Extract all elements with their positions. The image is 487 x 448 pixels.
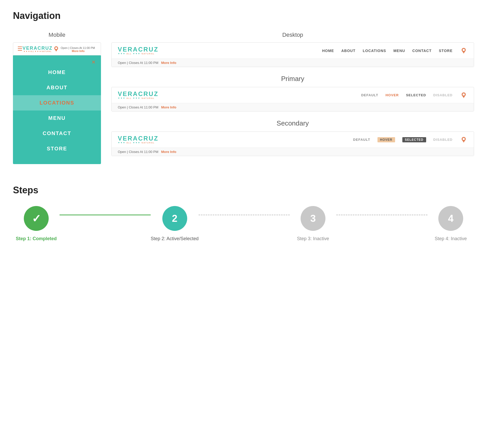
svg-point-1: [55, 47, 57, 49]
primary-brand-logo: VERACRUZ ▼▼▼ ALL ▼▼▼ NATURAL: [118, 91, 158, 99]
secondary-section: Secondary VERACRUZ ▼▼▼ ALL ▼▼▼ NATURAL D…: [111, 119, 474, 156]
navigation-section: Navigation Mobile ☰ VERACRUZ ▼▼▼ ALL ▼▼▼…: [13, 10, 474, 164]
steps-row: ✓ Step 1: Completed 2 Step 2: Active/Sel…: [13, 206, 474, 241]
desktop-label: Desktop: [111, 32, 474, 38]
secondary-brand-logo: VERACRUZ ▼▼▼ ALL ▼▼▼ NATURAL: [118, 135, 158, 144]
nav-link-contact[interactable]: CONTACT: [412, 49, 432, 53]
secondary-store-icon: [460, 136, 468, 144]
mobile-brand-name: VERACRUZ: [23, 46, 53, 50]
mobile-menu-item-about[interactable]: ABOUT: [13, 80, 101, 95]
desktop-nav-top: VERACRUZ ▼▼▼ ALL ▼▼▼ NATURAL HOME ABOUT …: [112, 43, 474, 58]
secondary-state-disabled-label: DISABLED: [433, 138, 453, 142]
state-disabled-label: DISABLED: [433, 93, 453, 97]
mobile-top-bar: ☰ VERACRUZ ▼▼▼ ALL ▼▼▼ NATURAL: [17, 45, 60, 53]
nav-link-menu[interactable]: MENU: [393, 49, 405, 53]
svg-point-7: [463, 93, 465, 96]
step-3-number: 3: [310, 213, 316, 224]
primary-more-info-link[interactable]: More Info: [161, 105, 176, 109]
svg-point-4: [463, 49, 465, 51]
step-4-circle: 4: [438, 206, 463, 231]
nav-link-locations[interactable]: LOCATIONS: [363, 49, 386, 53]
nav-link-home[interactable]: HOME: [322, 49, 334, 53]
secondary-state-hover-label: HOVER: [377, 137, 395, 142]
desktop-nav-box: VERACRUZ ▼▼▼ ALL ▼▼▼ NATURAL HOME ABOUT …: [111, 42, 474, 67]
secondary-nav-top: VERACRUZ ▼▼▼ ALL ▼▼▼ NATURAL DEFAULT HOV…: [112, 132, 474, 148]
hamburger-icon[interactable]: ☰: [17, 46, 23, 52]
step-4: 4 Step 4: Inactive: [427, 206, 474, 241]
mobile-menu-item-menu[interactable]: MENU: [13, 111, 101, 126]
secondary-state-default-label: DEFAULT: [353, 138, 370, 142]
desktop-more-info-link[interactable]: More Info: [161, 61, 176, 65]
step-2: 2 Step 2: Active/Selected: [151, 206, 199, 241]
step-3-label: Step 3: Inactive: [297, 236, 329, 241]
step-2-label: Step 2: Active/Selected: [151, 236, 199, 241]
mobile-brand-logo: VERACRUZ ▼▼▼ ALL ▼▼▼ NATURAL: [23, 46, 53, 52]
nav-link-about[interactable]: ABOUT: [341, 49, 355, 53]
mobile-menu-item-locations[interactable]: LOCATIONS: [13, 95, 101, 111]
close-icon[interactable]: ✕: [91, 59, 96, 65]
svg-point-10: [463, 138, 465, 140]
mobile-more-info-link[interactable]: More Info: [72, 49, 85, 53]
svg-marker-2: [55, 50, 57, 52]
primary-brand-tagline: ▼▼▼ ALL ▼▼▼ NATURAL: [118, 97, 155, 99]
secondary-state-selected-label: SELECTED: [402, 137, 426, 142]
nav-columns: Mobile ☰ VERACRUZ ▼▼▼ ALL ▼▼▼ NATURAL: [13, 32, 474, 164]
mobile-status-bar: Open | Closes At 11:00 PM More Info: [60, 46, 97, 53]
connector-3-4: [336, 215, 427, 215]
svg-marker-8: [462, 96, 465, 98]
step-1-circle: ✓: [24, 206, 49, 231]
mobile-label: Mobile: [13, 32, 101, 38]
mobile-brand-tagline: ▼▼▼ ALL ▼▼▼ NATURAL: [23, 50, 53, 52]
step-1-checkmark: ✓: [32, 212, 41, 225]
mobile-menu-expanded: ✕ HOME ABOUT LOCATIONS MENU CONTACT STOR…: [13, 55, 101, 164]
mobile-menu-item-contact[interactable]: CONTACT: [13, 126, 101, 141]
step-3: 3 Step 3: Inactive: [290, 206, 336, 241]
desktop-brand-logo: VERACRUZ ▼▼▼ ALL ▼▼▼ NATURAL: [118, 46, 158, 55]
step-4-label: Step 4: Inactive: [435, 236, 467, 241]
step-3-circle: 3: [301, 206, 325, 231]
secondary-brand-tagline: ▼▼▼ ALL ▼▼▼ NATURAL: [118, 142, 155, 144]
step-2-number: 2: [172, 213, 177, 224]
desktop-nav-links: HOME ABOUT LOCATIONS MENU CONTACT STORE: [322, 47, 468, 55]
step-1-label: Step 1: Completed: [16, 236, 57, 241]
primary-label: Primary: [111, 75, 474, 83]
primary-nav-box: VERACRUZ ▼▼▼ ALL ▼▼▼ NATURAL DEFAULT HOV…: [111, 87, 474, 112]
primary-brand-name: VERACRUZ: [118, 91, 158, 97]
section-title: Navigation: [13, 10, 474, 21]
state-hover-label: HOVER: [386, 93, 399, 97]
steps-title: Steps: [13, 185, 474, 196]
mobile-menu-item-store[interactable]: STORE: [13, 141, 101, 156]
mobile-column: Mobile ☰ VERACRUZ ▼▼▼ ALL ▼▼▼ NATURAL: [13, 32, 101, 164]
primary-nav-top: VERACRUZ ▼▼▼ ALL ▼▼▼ NATURAL DEFAULT HOV…: [112, 87, 474, 103]
connector-2-3: [199, 215, 290, 215]
secondary-more-info-link[interactable]: More Info: [161, 150, 176, 154]
secondary-status-bar: Open | Closes At 11:00 PM More Info: [112, 148, 474, 156]
primary-section: Primary VERACRUZ ▼▼▼ ALL ▼▼▼ NATURAL DEF…: [111, 75, 474, 112]
mobile-header: ☰ VERACRUZ ▼▼▼ ALL ▼▼▼ NATURAL: [13, 42, 101, 55]
desktop-brand-name: VERACRUZ: [118, 46, 158, 53]
secondary-nav-states: DEFAULT HOVER SELECTED DISABLED: [353, 136, 468, 144]
primary-status-bar: Open | Closes At 11:00 PM More Info: [112, 103, 474, 111]
desktop-brand-tagline: ▼▼▼ ALL ▼▼▼ NATURAL: [118, 53, 155, 55]
mobile-menu-list: HOME ABOUT LOCATIONS MENU CONTACT STORE: [13, 65, 101, 156]
svg-marker-5: [462, 52, 465, 54]
connector-1-2: [60, 215, 151, 215]
state-selected-label: SELECTED: [406, 93, 426, 97]
secondary-label: Secondary: [111, 119, 474, 127]
svg-marker-11: [462, 141, 465, 143]
step-2-circle: 2: [162, 206, 187, 231]
nav-link-store[interactable]: STORE: [439, 49, 453, 53]
desktop-status-bar: Open | Closes At 11:00 PM More Info: [112, 58, 474, 67]
step-4-number: 4: [448, 213, 453, 224]
secondary-nav-box: VERACRUZ ▼▼▼ ALL ▼▼▼ NATURAL DEFAULT HOV…: [111, 131, 474, 156]
primary-store-icon: [460, 91, 468, 99]
steps-section: Steps ✓ Step 1: Completed 2 Step 2: Acti…: [13, 185, 474, 241]
state-default-label: DEFAULT: [361, 93, 378, 97]
desktop-store-icon[interactable]: [460, 47, 468, 55]
desktop-column: Desktop VERACRUZ ▼▼▼ ALL ▼▼▼ NATURAL HOM…: [111, 32, 474, 156]
step-1: ✓ Step 1: Completed: [13, 206, 60, 241]
primary-nav-states: DEFAULT HOVER SELECTED DISABLED: [361, 91, 468, 99]
secondary-brand-name: VERACRUZ: [118, 135, 158, 142]
mobile-menu-item-home[interactable]: HOME: [13, 65, 101, 80]
mobile-store-icon[interactable]: [53, 45, 60, 53]
